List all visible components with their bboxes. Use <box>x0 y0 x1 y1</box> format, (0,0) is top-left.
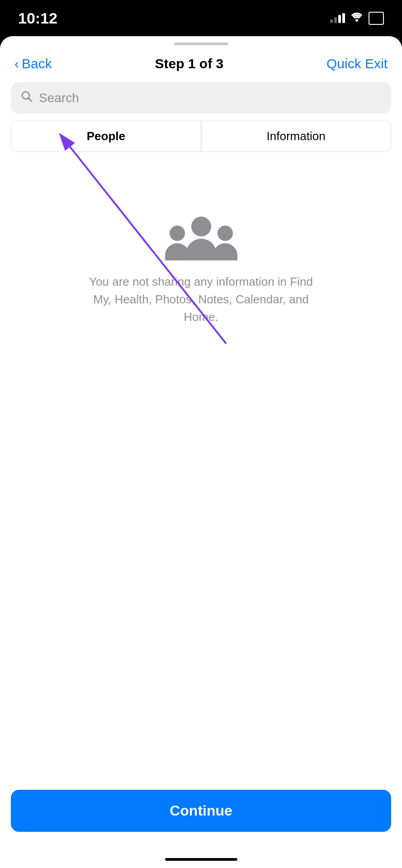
segment-control: People Information <box>11 121 391 152</box>
person-right-icon <box>213 226 237 260</box>
tab-information[interactable]: Information <box>201 121 391 151</box>
battery-icon: 40 <box>369 12 384 25</box>
nav-title: Step 1 of 3 <box>155 56 223 71</box>
status-icons: 40 <box>330 12 384 25</box>
quick-exit-button[interactable]: Quick Exit <box>326 56 388 71</box>
continue-button[interactable]: Continue <box>11 790 391 832</box>
tab-people[interactable]: People <box>11 121 201 151</box>
svg-point-0 <box>355 19 358 22</box>
empty-state: You are not sharing any information in F… <box>0 152 402 353</box>
chevron-left-icon: ‹ <box>14 57 19 71</box>
svg-line-2 <box>28 98 32 101</box>
home-indicator <box>165 858 237 861</box>
search-icon <box>21 90 33 105</box>
status-time: 10:12 <box>18 9 57 27</box>
wifi-icon <box>350 12 363 24</box>
search-placeholder: Search <box>39 91 79 105</box>
people-group-icon <box>165 206 237 260</box>
signal-icon <box>330 13 345 23</box>
main-card: ‹ Back Step 1 of 3 Quick Exit Search Peo… <box>0 36 402 868</box>
status-bar: 10:12 40 <box>0 0 402 36</box>
empty-state-message: You are not sharing any information in F… <box>88 273 314 326</box>
nav-bar: ‹ Back Step 1 of 3 Quick Exit <box>0 45 402 79</box>
search-container: Search <box>0 79 402 119</box>
search-bar[interactable]: Search <box>11 82 391 113</box>
back-button[interactable]: ‹ Back <box>14 56 52 71</box>
continue-btn-container: Continue <box>11 790 391 832</box>
back-label: Back <box>22 56 52 71</box>
person-center-icon <box>186 217 217 260</box>
